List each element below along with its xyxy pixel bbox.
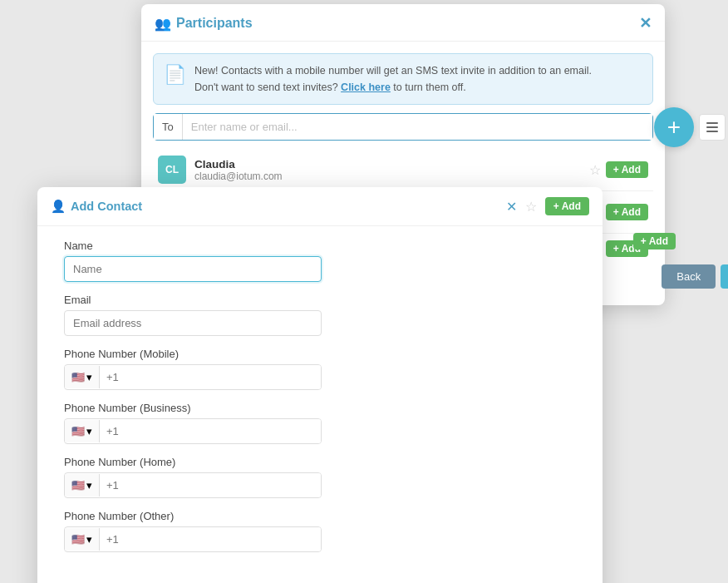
- phone-mobile-label: Phone Number (Mobile): [64, 348, 576, 360]
- back-button[interactable]: Back: [662, 264, 716, 289]
- form-group-phone-mobile: Phone Number (Mobile) 🇺🇸 ▾: [64, 348, 576, 390]
- panel-right-add-button[interactable]: + Add: [633, 233, 676, 250]
- nav-buttons: Back Next: [662, 264, 728, 289]
- info-banner: 📄 New! Contacts with a mobile number wil…: [153, 53, 653, 105]
- phone-other-input[interactable]: [100, 527, 321, 551]
- add-contact-panel: 👤 Add Contact ✕ ☆ + Add + Add Name Email: [37, 187, 603, 583]
- plus-button[interactable]: +: [654, 107, 694, 147]
- to-label: To: [154, 114, 183, 140]
- add-contact-header: 👤 Add Contact ✕ ☆ + Add + Add: [37, 187, 603, 226]
- add-contact-star-button[interactable]: ☆: [525, 199, 537, 215]
- click-here-link[interactable]: Click here: [341, 82, 391, 93]
- modal-title-text: Participants: [176, 16, 253, 31]
- add-contact-header-actions: ✕ ☆ + Add: [506, 197, 589, 215]
- menu-button[interactable]: [699, 114, 726, 141]
- contact-actions: ☆ + Add: [589, 161, 648, 178]
- participants-icon: 👥: [155, 16, 171, 32]
- contact-item: CL Claudia claudia@iotum.com ☆ + Add: [153, 149, 653, 191]
- form-group-phone-business: Phone Number (Business) 🇺🇸 ▾: [64, 402, 576, 444]
- add-contact-button[interactable]: + Add: [606, 204, 648, 220]
- next-button[interactable]: Next: [721, 264, 728, 289]
- phone-mobile-input[interactable]: [100, 365, 321, 389]
- info-banner-text: New! Contacts with a mobile number will …: [194, 62, 592, 96]
- phone-home-input[interactable]: [100, 473, 321, 497]
- add-contact-body: Name Email Phone Number (Mobile) 🇺🇸 ▾: [37, 226, 603, 577]
- phone-home-flag[interactable]: 🇺🇸 ▾: [65, 474, 100, 497]
- form-group-email: Email: [64, 294, 576, 336]
- contact-name: Claudia: [194, 158, 581, 170]
- contact-email: claudia@iotum.com: [194, 170, 581, 182]
- phone-other-label: Phone Number (Other): [64, 510, 576, 522]
- phone-other-flag[interactable]: 🇺🇸 ▾: [65, 528, 100, 551]
- name-input[interactable]: [64, 256, 322, 282]
- panel-right-add: + Add: [633, 233, 676, 250]
- add-contact-button[interactable]: + Add: [606, 161, 648, 178]
- modal-header: 👥 Participants ✕: [141, 4, 665, 42]
- hamburger-icon: [706, 122, 718, 132]
- phone-mobile-row: 🇺🇸 ▾: [64, 364, 322, 390]
- add-contact-title: 👤 Add Contact: [51, 200, 499, 214]
- modal-close-button[interactable]: ✕: [639, 14, 652, 32]
- form-group-phone-home: Phone Number (Home) 🇺🇸 ▾: [64, 456, 576, 498]
- phone-business-row: 🇺🇸 ▾: [64, 418, 322, 444]
- phone-other-row: 🇺🇸 ▾: [64, 526, 322, 552]
- email-label: Email: [64, 294, 576, 306]
- phone-home-row: 🇺🇸 ▾: [64, 472, 322, 498]
- action-buttons: +: [654, 107, 726, 147]
- add-contact-add-button[interactable]: + Add: [545, 197, 589, 215]
- name-label: Name: [64, 240, 576, 252]
- form-group-phone-other: Phone Number (Other) 🇺🇸 ▾: [64, 510, 576, 552]
- add-contact-close-button[interactable]: ✕: [506, 199, 517, 215]
- phone-business-label: Phone Number (Business): [64, 402, 576, 414]
- phone-business-input[interactable]: [100, 419, 321, 443]
- phone-home-label: Phone Number (Home): [64, 456, 576, 468]
- avatar: CL: [158, 156, 186, 184]
- email-input[interactable]: [64, 310, 322, 336]
- form-footer: Cancel Save: [37, 577, 603, 583]
- phone-mobile-flag[interactable]: 🇺🇸 ▾: [65, 366, 100, 388]
- modal-title: 👥 Participants: [155, 16, 253, 32]
- form-group-name: Name: [64, 240, 576, 282]
- to-input[interactable]: [183, 114, 652, 140]
- to-row: To +: [153, 113, 653, 141]
- contact-info: Claudia claudia@iotum.com: [194, 158, 581, 182]
- doc-icon: 📄: [164, 64, 186, 86]
- star-button[interactable]: ☆: [589, 162, 601, 178]
- phone-business-flag[interactable]: 🇺🇸 ▾: [65, 420, 100, 442]
- add-contact-person-icon: 👤: [51, 200, 66, 214]
